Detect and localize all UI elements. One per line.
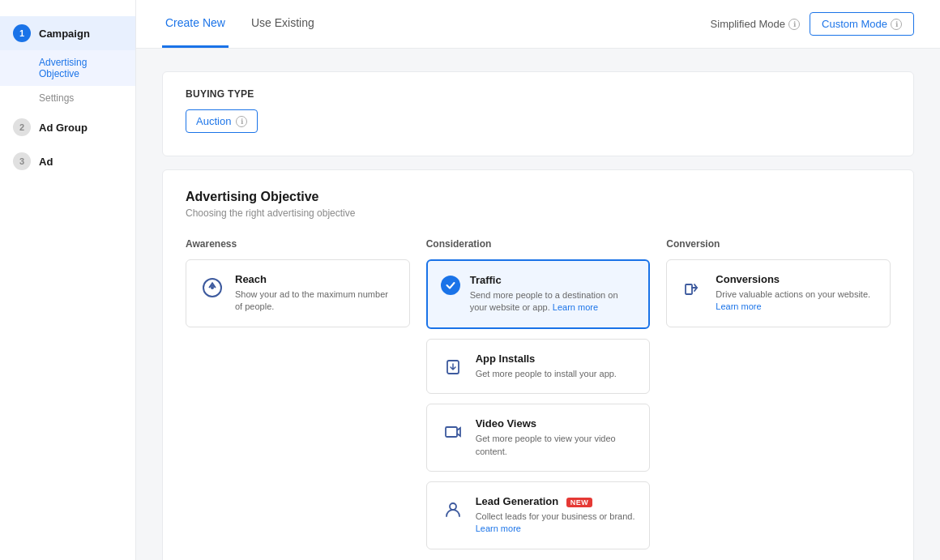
traffic-selected-icon (441, 276, 460, 295)
card-lead-generation[interactable]: Lead Generation NEW Collect leads for yo… (426, 481, 651, 549)
column-consideration: Consideration Traffic Send more people t… (426, 238, 651, 559)
card-conversions-title: Conversions (716, 273, 870, 285)
top-bar: Create New Use Existing Simplified Mode … (136, 0, 940, 49)
advertising-objective-section: Advertising Objective Choosing the right… (162, 169, 914, 560)
simplified-mode-label: Simplified Mode ℹ (711, 18, 801, 30)
column-awareness: Awareness Reach Show your ad t (186, 238, 410, 559)
objective-subtitle: Choosing the right advertising objective (186, 207, 891, 219)
auction-info-icon[interactable]: ℹ (236, 116, 247, 127)
card-app-installs-desc: Get more people to install your app. (476, 368, 617, 380)
svg-point-3 (450, 503, 456, 510)
step-number-ad-group: 2 (13, 118, 31, 136)
traffic-learn-more-link[interactable]: Learn more (553, 302, 598, 312)
card-video-views[interactable]: Video Views Get more people to view your… (426, 404, 651, 472)
column-header-awareness: Awareness (186, 238, 410, 250)
sidebar: 1 Campaign Advertising Objective Setting… (0, 0, 136, 560)
card-lead-gen-title: Lead Generation NEW (476, 495, 635, 507)
tab-use-existing[interactable]: Use Existing (248, 0, 318, 48)
card-traffic[interactable]: Traffic Send more people to a destinatio… (426, 259, 651, 329)
objective-title: Advertising Objective (186, 190, 891, 204)
app-installs-icon (440, 354, 466, 380)
tab-create-new[interactable]: Create New (162, 0, 229, 48)
objective-columns: Awareness Reach Show your ad t (186, 238, 891, 559)
simplified-mode-info-icon[interactable]: ℹ (788, 19, 800, 30)
custom-mode-button[interactable]: Custom Mode ℹ (810, 12, 914, 36)
card-video-views-desc: Get more people to view your video conte… (476, 433, 637, 458)
card-conversions-desc: Drive valuable actions on your website. … (716, 289, 870, 314)
lead-gen-learn-more-link[interactable]: Learn more (476, 524, 521, 533)
tab-group: Create New Use Existing (162, 0, 337, 48)
main-content: Create New Use Existing Simplified Mode … (136, 0, 940, 560)
card-conversions[interactable]: Conversions Drive valuable actions on yo… (666, 259, 891, 327)
card-reach-title: Reach (235, 273, 396, 285)
sidebar-sub-settings[interactable]: Settings (0, 86, 135, 110)
buying-type-label: Buying Type (186, 88, 891, 100)
svg-rect-4 (686, 284, 692, 294)
conversions-learn-more-link[interactable]: Learn more (716, 301, 761, 311)
sidebar-item-campaign[interactable]: 1 Campaign (0, 16, 135, 50)
card-reach[interactable]: Reach Show your ad to the maximum number… (186, 259, 410, 327)
column-conversion: Conversion Conversions (666, 238, 891, 559)
buying-type-section: Buying Type Auction ℹ (162, 71, 914, 156)
sidebar-item-ad[interactable]: 3 Ad (0, 144, 135, 178)
sidebar-label-ad-group: Ad Group (39, 122, 88, 134)
sidebar-label-ad: Ad (39, 156, 53, 168)
sidebar-item-ad-group[interactable]: 2 Ad Group (0, 110, 135, 144)
card-traffic-title: Traffic (470, 274, 636, 286)
card-reach-desc: Show your ad to the maximum number of pe… (235, 289, 396, 314)
auction-badge[interactable]: Auction ℹ (186, 109, 258, 133)
step-number-campaign: 1 (13, 24, 31, 42)
step-number-ad: 3 (13, 152, 31, 170)
reach-icon (199, 275, 225, 301)
sidebar-sub-advertising-objective[interactable]: Advertising Objective (0, 50, 135, 86)
card-lead-gen-desc: Collect leads for your business or brand… (476, 511, 635, 536)
card-traffic-desc: Send more people to a destination on you… (470, 289, 636, 314)
column-header-conversion: Conversion (666, 238, 891, 250)
new-badge: NEW (566, 498, 593, 507)
card-app-installs-title: App Installs (476, 353, 617, 365)
card-video-views-title: Video Views (476, 417, 637, 430)
mode-controls: Simplified Mode ℹ Custom Mode ℹ (711, 12, 914, 36)
column-header-consideration: Consideration (426, 238, 651, 250)
conversions-icon (680, 275, 706, 301)
svg-rect-2 (446, 427, 457, 437)
content-area: Buying Type Auction ℹ Advertising Object… (136, 49, 940, 560)
svg-point-1 (211, 286, 214, 289)
video-views-icon (440, 419, 466, 445)
lead-generation-icon (440, 497, 466, 523)
card-app-installs[interactable]: App Installs Get more people to install … (426, 339, 651, 394)
custom-mode-info-icon[interactable]: ℹ (891, 19, 902, 30)
sidebar-label-campaign: Campaign (39, 28, 90, 40)
